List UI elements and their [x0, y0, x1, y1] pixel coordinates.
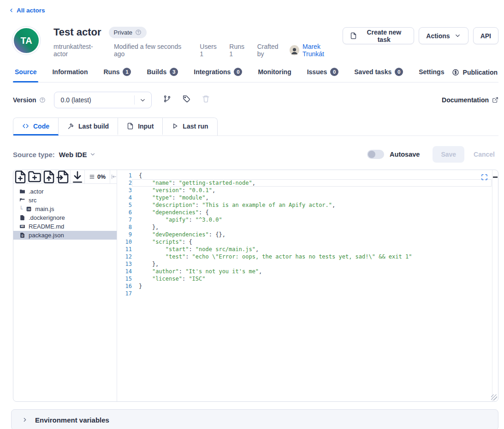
save-button[interactable]: Save — [433, 146, 464, 163]
author-link[interactable]: Marek Trunkát — [302, 43, 343, 58]
tree-zoom-control[interactable]: 0% — [85, 170, 110, 183]
external-link-icon — [492, 97, 498, 103]
breadcrumb-all-actors[interactable]: All actors — [8, 7, 45, 14]
create-new-task-button[interactable]: Create new task — [343, 27, 414, 44]
tab-source[interactable]: Source — [14, 65, 37, 82]
file-import-button[interactable] — [56, 170, 71, 183]
code-line-14[interactable]: 14 "author": "It's not you it's me", — [117, 268, 498, 275]
code-line-7[interactable]: 7 "apify": "^3.0.0" — [117, 216, 498, 223]
source-tab-input[interactable]: Input — [118, 118, 163, 135]
chevron-right-icon — [22, 417, 28, 423]
code-area[interactable]: 1{2 "name": "getting-started-node",3 "ve… — [117, 170, 498, 401]
tab-label: Information — [52, 68, 88, 76]
documentation-link[interactable]: Documentation — [442, 96, 498, 104]
file-item-actor[interactable]: .actor — [13, 187, 117, 196]
file-item-readme-md[interactable]: MDREADME.md — [13, 222, 117, 231]
file-name: .actor — [29, 188, 44, 195]
tag-icon — [183, 95, 190, 103]
code-line-15[interactable]: 15 "license": "ISC" — [117, 275, 498, 282]
resize-handle[interactable] — [491, 394, 497, 400]
cancel-button[interactable]: Cancel — [470, 151, 498, 158]
line-number: 13 — [117, 260, 132, 268]
collapse-panel-button[interactable] — [110, 170, 117, 183]
file-plus-icon — [13, 170, 27, 184]
code-line-text: "version": "0.0.1", — [132, 187, 492, 194]
source-type-select[interactable]: Web IDE — [59, 151, 96, 159]
code-line-8[interactable]: 8 }, — [117, 223, 498, 231]
source-tab-last-build[interactable]: Last build — [59, 118, 118, 135]
visibility-badge: Private — [109, 27, 147, 38]
file-item-main-js[interactable]: └JSmain.js — [13, 205, 117, 213]
crafted-by-label: Crafted by — [257, 43, 286, 58]
code-line-text: "name": "getting-started-node", — [132, 179, 492, 187]
tab-information[interactable]: Information — [51, 65, 89, 82]
tab-saved-tasks[interactable]: Saved tasks0 — [353, 65, 404, 82]
git-branch-button[interactable] — [163, 95, 171, 105]
tab-label: Saved tasks — [354, 68, 391, 76]
actor-header: TA Test actor Private mtrunkat/test-acto… — [13, 25, 498, 58]
source-tab-code[interactable]: Code — [13, 118, 59, 135]
line-number: 15 — [117, 275, 132, 282]
avatar-initials: TA — [20, 35, 32, 46]
fullscreen-button[interactable] — [481, 174, 488, 181]
tab-monitoring[interactable]: Monitoring — [257, 65, 292, 82]
code-line-9[interactable]: 9 "devDependencies": {}, — [117, 231, 498, 238]
web-ide: 0% .actorsrc└JSmain.js.dockerignoreMDREA… — [13, 170, 498, 402]
version-help-icon[interactable] — [39, 97, 46, 103]
users-count: Users 1 — [200, 43, 221, 58]
autosave-toggle[interactable] — [367, 150, 384, 159]
code-line-16[interactable]: 16} — [117, 282, 498, 290]
svg-text:{}: {} — [22, 235, 24, 237]
file-item-src[interactable]: src — [13, 196, 117, 205]
tab-integrations[interactable]: Integrations0 — [193, 65, 243, 82]
trash-icon — [202, 95, 210, 103]
code-line-2[interactable]: 2 "name": "getting-started-node", — [117, 179, 498, 187]
tab-bar: SourceInformationRuns1Builds3Integration… — [13, 65, 498, 82]
code-line-12[interactable]: 12 "test": "echo \"Error: oops, the acto… — [117, 253, 498, 260]
tab-publication[interactable]: Publication — [452, 69, 498, 82]
file-item-dockerignore[interactable]: .dockerignore — [13, 213, 117, 222]
tab-label: Monitoring — [258, 68, 291, 76]
tab-issues[interactable]: Issues0 — [306, 65, 340, 82]
code-line-17[interactable]: 17 — [117, 290, 498, 297]
source-tab-last-run[interactable]: Last run — [163, 118, 217, 135]
scrollbar-thumb[interactable] — [493, 176, 498, 178]
code-line-13[interactable]: 13 }, — [117, 260, 498, 268]
file-name: .dockerignore — [29, 214, 65, 221]
code-line-11[interactable]: 11 "start": "node src/main.js", — [117, 246, 498, 253]
code-line-1[interactable]: 1{ — [117, 172, 498, 179]
code-line-5[interactable]: 5 "description": "This is an example of … — [117, 201, 498, 209]
file-solid-icon — [19, 215, 25, 221]
version-select[interactable]: 0.0 (latest) — [54, 92, 152, 108]
code-line-text — [132, 290, 492, 297]
help-icon[interactable] — [135, 29, 142, 35]
runs-count: Runs 1 — [229, 43, 249, 58]
code-line-text: "license": "ISC" — [132, 275, 492, 282]
folder-open-icon — [19, 197, 25, 203]
code-line-10[interactable]: 10 "scripts": { — [117, 238, 498, 246]
editor-scrollbar[interactable] — [492, 170, 498, 401]
tab-settings[interactable]: Settings — [418, 65, 445, 82]
code-line-3[interactable]: 3 "version": "0.0.1", — [117, 187, 498, 194]
tab-builds[interactable]: Builds3 — [146, 65, 179, 82]
code-line-4[interactable]: 4 "type": "module", — [117, 194, 498, 201]
actions-button[interactable]: Actions — [419, 27, 468, 44]
file-item-package-json[interactable]: {}package.json — [13, 231, 117, 240]
download-icon — [71, 170, 84, 184]
tag-version-button[interactable] — [183, 95, 190, 105]
folder-plus-button[interactable] — [28, 170, 42, 183]
actor-meta: mtrunkat/test-actor Modified a few secon… — [53, 43, 343, 58]
environment-variables-section[interactable]: Environment variables — [11, 409, 498, 429]
chevron-down-icon — [454, 32, 461, 39]
file-icon — [350, 32, 357, 39]
file-plus-button[interactable] — [13, 170, 28, 183]
tab-runs[interactable]: Runs1 — [102, 65, 132, 82]
code-line-text: "test": "echo \"Error: oops, the actor h… — [132, 253, 492, 260]
api-button[interactable]: API — [473, 27, 498, 44]
delete-version-button[interactable] — [202, 95, 210, 105]
create-new-task-label: Create new task — [361, 29, 407, 43]
file-upload-button[interactable] — [42, 170, 56, 183]
code-line-6[interactable]: 6 "dependencies": { — [117, 209, 498, 216]
download-button[interactable] — [71, 170, 85, 183]
tab-count-badge: 3 — [170, 68, 178, 76]
